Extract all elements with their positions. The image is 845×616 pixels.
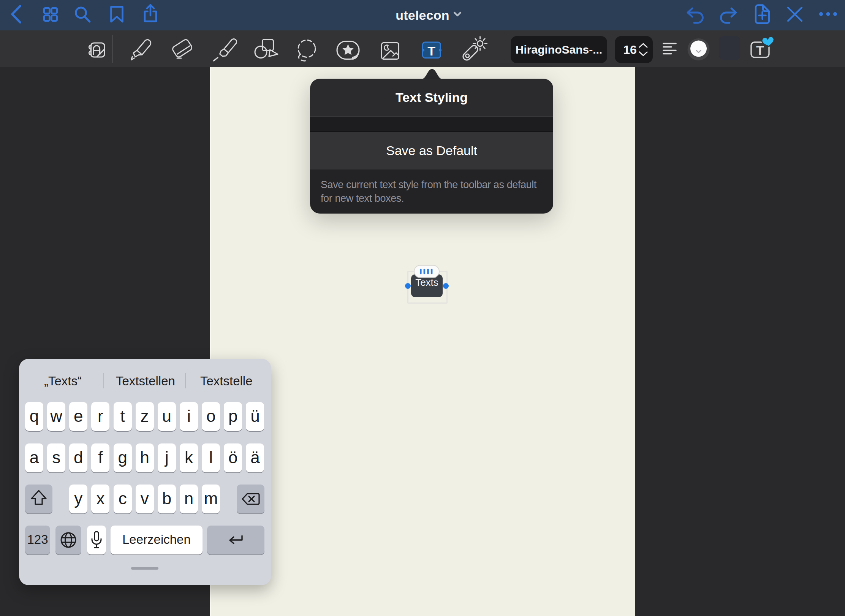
svg-text:HiraginoSans-...: HiraginoSans-... bbox=[516, 43, 602, 56]
svg-text:16: 16 bbox=[623, 43, 637, 57]
svg-text:T: T bbox=[427, 44, 435, 58]
svg-text:T: T bbox=[756, 43, 764, 57]
